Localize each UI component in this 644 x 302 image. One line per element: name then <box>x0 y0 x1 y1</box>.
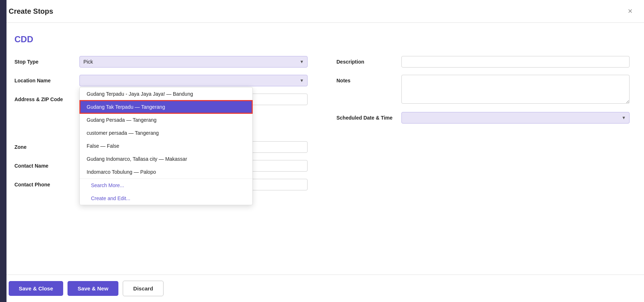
stop-type-row: Stop Type Pick Drop ▼ <box>14 56 308 68</box>
notes-textarea[interactable] <box>401 75 630 104</box>
notes-control <box>401 75 630 105</box>
dropdown-search-more[interactable]: Search More... <box>80 179 252 192</box>
location-name-select[interactable] <box>79 75 308 86</box>
scheduled-select[interactable] <box>401 112 630 124</box>
notes-label: Notes <box>336 75 401 83</box>
modal: Create Stops × CDD Stop Type Pick Drop <box>0 0 644 302</box>
description-label: Description <box>336 56 401 65</box>
location-name-row: Location Name ▼ Gudang Terpadu - Jaya Ja… <box>14 75 308 86</box>
scheduled-row: Scheduled Date & Time ▼ <box>336 112 630 124</box>
location-name-control: ▼ Gudang Terpadu - Jaya Jaya Jaya! — Ban… <box>79 75 308 86</box>
form-grid: Stop Type Pick Drop ▼ Location Name <box>14 56 630 198</box>
dropdown-item-6[interactable]: Indomarco Tobulung — Palopo <box>80 165 252 178</box>
modal-title: Create Stops <box>9 7 53 16</box>
zone-label: Zone <box>14 141 79 150</box>
save-close-button[interactable]: Save & Close <box>9 281 63 296</box>
stop-type-control: Pick Drop ▼ <box>79 56 308 68</box>
form-right: Description Notes <box>336 56 630 198</box>
close-button[interactable]: × <box>625 6 635 17</box>
dropdown-item-4[interactable]: False — False <box>80 139 252 152</box>
stop-type-label: Stop Type <box>14 56 79 65</box>
modal-footer: Save & Close Save & New Discard <box>0 275 644 302</box>
dropdown-item-1[interactable]: Gudang Tak Terpadu — Tangerang <box>80 100 252 113</box>
modal-overlay: Create Stops × CDD Stop Type Pick Drop <box>0 0 644 302</box>
location-dropdown: Gudang Terpadu - Jaya Jaya Jaya! — Bandu… <box>79 87 253 205</box>
contact-phone-label: Contact Phone <box>14 179 79 187</box>
notes-row: Notes <box>336 75 630 105</box>
discard-button[interactable]: Discard <box>123 281 164 296</box>
section-title: CDD <box>14 34 630 44</box>
dropdown-item-5[interactable]: Gudang Indomarco, Tallasa city — Makassa… <box>80 152 252 165</box>
scheduled-label: Scheduled Date & Time <box>336 112 401 121</box>
description-control <box>401 56 630 68</box>
dropdown-create-edit[interactable]: Create and Edit... <box>80 192 252 205</box>
description-input[interactable] <box>401 56 630 68</box>
modal-header: Create Stops × <box>0 0 644 23</box>
scheduled-control: ▼ <box>401 112 630 124</box>
contact-name-label: Contact Name <box>14 160 79 169</box>
address-zip-label: Address & ZIP Code <box>14 94 79 102</box>
stop-type-select[interactable]: Pick Drop <box>79 56 308 68</box>
modal-body: CDD Stop Type Pick Drop ▼ <box>0 23 644 275</box>
dropdown-item-3[interactable]: customer persada — Tangerang <box>80 126 252 139</box>
location-name-label: Location Name <box>14 75 79 83</box>
form-left: Stop Type Pick Drop ▼ Location Name <box>14 56 308 198</box>
description-row: Description <box>336 56 630 68</box>
save-new-button[interactable]: Save & New <box>68 281 118 296</box>
dropdown-item-0[interactable]: Gudang Terpadu - Jaya Jaya Jaya! — Bandu… <box>80 87 252 100</box>
dropdown-item-2[interactable]: Gudang Persada — Tangerang <box>80 113 252 126</box>
